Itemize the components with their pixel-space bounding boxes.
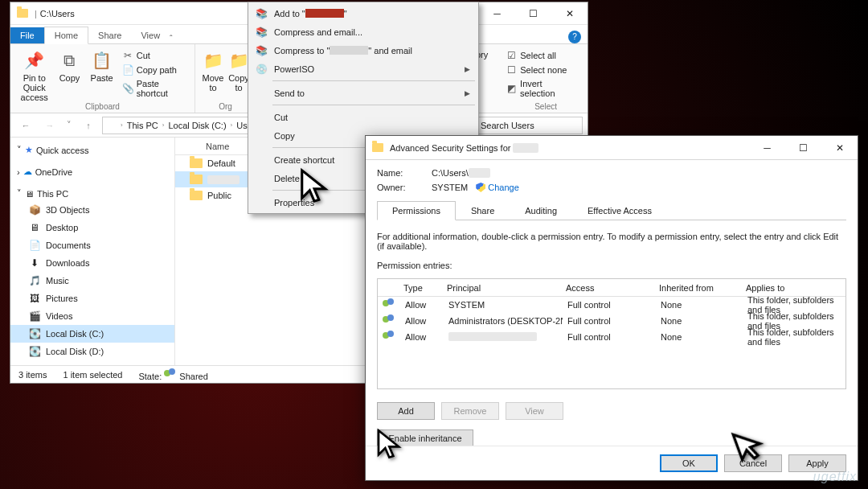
folder-icon xyxy=(190,158,203,168)
menu-add-to[interactable]: 📚Add to "" xyxy=(250,4,477,23)
tab-permissions[interactable]: Permissions xyxy=(377,201,456,220)
security-tabs: Permissions Share Auditing Effective Acc… xyxy=(377,200,846,220)
permission-row[interactable]: AllowSYSTEMFull controlNoneThis folder, … xyxy=(378,297,845,313)
ribbon-collapse-icon[interactable]: ˆ xyxy=(170,34,173,43)
nav-videos[interactable]: 🎬Videos xyxy=(10,307,174,325)
clipboard-group-label: Clipboard xyxy=(17,102,188,113)
nav-3d-objects[interactable]: 📦3D Objects xyxy=(10,201,174,219)
organize-group-label: Org xyxy=(202,102,249,113)
select-group-label: Select xyxy=(473,102,581,113)
permission-entries-label: Permission entries: xyxy=(377,257,846,273)
permission-entries-table[interactable]: Type Principal Access Inherited from App… xyxy=(377,278,846,389)
cloud-icon: ☁ xyxy=(23,166,32,177)
advanced-security-dialog: Advanced Security Settings for ─ ☐ ✕ Nam… xyxy=(365,135,858,481)
paste-button[interactable]: 📋Paste xyxy=(88,46,117,102)
tab-view[interactable]: View xyxy=(131,27,170,43)
folder-icon xyxy=(15,6,30,21)
apply-button[interactable]: Apply xyxy=(788,454,846,472)
poweriso-icon: 💿 xyxy=(255,63,268,76)
dialog-minimize-button[interactable]: ─ xyxy=(749,137,785,159)
dialog-title: Advanced Security Settings for xyxy=(390,143,538,153)
principal-icon xyxy=(383,298,395,310)
tab-auditing[interactable]: Auditing xyxy=(510,201,572,220)
select-none-button[interactable]: ☐Select none xyxy=(503,64,581,76)
menu-poweriso[interactable]: 💿PowerISO▶ xyxy=(250,60,477,78)
copy-button[interactable]: ⧉Copy xyxy=(55,46,84,102)
status-state: State: Shared xyxy=(138,368,207,381)
col-access[interactable]: Access xyxy=(561,283,654,293)
this-pc-header[interactable]: ˅🖥This PC xyxy=(10,186,174,201)
shared-icon xyxy=(164,368,177,380)
window-title: C:\Users xyxy=(37,9,78,18)
shield-icon xyxy=(476,183,485,192)
menu-compress-to-email[interactable]: 📚Compress to "" and email xyxy=(250,41,477,60)
help-icon[interactable]: ? xyxy=(568,31,581,43)
tab-share[interactable]: Share xyxy=(456,201,510,220)
navigation-pane[interactable]: ˅★Quick access ›☁OneDrive ˅🖥This PC 📦3D … xyxy=(10,138,175,365)
change-owner-link[interactable]: Change xyxy=(476,183,519,192)
search-input[interactable]: 🔍Search Users xyxy=(462,117,583,134)
nav-music[interactable]: 🎵Music xyxy=(10,272,174,290)
nav-pictures[interactable]: 🖼Pictures xyxy=(10,290,174,307)
quick-access-header[interactable]: ˅★Quick access xyxy=(10,142,174,158)
remove-button[interactable]: Remove xyxy=(441,402,499,420)
owner-label: Owner: xyxy=(377,183,424,192)
col-principal[interactable]: Principal xyxy=(442,283,561,293)
winrar-icon: 📚 xyxy=(255,7,268,20)
nav-local-disk-c[interactable]: 💽Local Disk (C:) xyxy=(10,325,174,343)
select-all-button[interactable]: ☑Select all xyxy=(503,49,581,62)
minimize-button[interactable]: ─ xyxy=(479,2,515,25)
add-button[interactable]: Add xyxy=(377,402,435,420)
forward-button[interactable]: → xyxy=(39,115,60,136)
close-button[interactable]: ✕ xyxy=(551,2,588,25)
status-item-count: 3 items xyxy=(18,370,47,380)
cancel-button[interactable]: Cancel xyxy=(724,454,782,472)
tab-share[interactable]: Share xyxy=(88,27,131,43)
back-button[interactable]: ← xyxy=(15,115,36,136)
name-value: C:\Users\ xyxy=(432,168,490,178)
pc-icon: 🖥 xyxy=(25,189,34,199)
ok-button[interactable]: OK xyxy=(660,454,718,472)
folder-icon xyxy=(190,175,203,184)
folder-icon xyxy=(190,191,203,200)
permissions-info-text: For additional information, double-click… xyxy=(377,225,846,253)
tab-effective-access[interactable]: Effective Access xyxy=(572,201,667,220)
nav-documents[interactable]: 📄Documents xyxy=(10,236,174,254)
menu-cut[interactable]: Cut xyxy=(250,108,477,126)
copy-to-button[interactable]: 📁Copyto xyxy=(227,46,250,102)
recent-locations-button[interactable]: ˅ xyxy=(63,115,75,136)
principal-icon xyxy=(383,331,395,342)
tab-file[interactable]: File xyxy=(10,27,44,43)
pin-to-quick-access-button[interactable]: 📌Pin to Quickaccess xyxy=(17,46,51,102)
nav-downloads[interactable]: ⬇Downloads xyxy=(10,254,174,272)
enable-inheritance-button[interactable]: Enable inheritance xyxy=(377,429,473,446)
principal-icon xyxy=(383,314,395,326)
maximize-button[interactable]: ☐ xyxy=(515,2,551,25)
view-button[interactable]: View xyxy=(506,402,563,420)
permission-row[interactable]: AllowAdministrators (DESKTOP-2N...Full c… xyxy=(378,313,845,329)
menu-compress-email[interactable]: 📚Compress and email... xyxy=(250,23,477,41)
copy-path-button[interactable]: 📄Copy path xyxy=(120,64,188,76)
dialog-close-button[interactable]: ✕ xyxy=(821,137,858,159)
cut-button[interactable]: ✂Cut xyxy=(120,49,188,62)
tab-home[interactable]: Home xyxy=(44,27,88,44)
winrar-icon: 📚 xyxy=(255,26,268,39)
permission-row[interactable]: AllowFull controlNoneThis folder, subfol… xyxy=(378,329,845,345)
paste-shortcut-button[interactable]: 📎Paste shortcut xyxy=(120,78,188,99)
col-inherited[interactable]: Inherited from xyxy=(654,283,741,293)
move-to-button[interactable]: 📁Moveto xyxy=(202,46,224,102)
menu-send-to[interactable]: Send to▶ xyxy=(250,84,477,102)
up-button[interactable]: ↑ xyxy=(78,115,99,136)
nav-desktop[interactable]: 🖥Desktop xyxy=(10,219,174,236)
name-label: Name: xyxy=(377,168,424,178)
col-type[interactable]: Type xyxy=(399,283,442,293)
col-applies[interactable]: Applies to xyxy=(741,283,845,293)
onedrive-item[interactable]: ›☁OneDrive xyxy=(10,164,174,179)
star-icon: ★ xyxy=(25,145,33,155)
invert-selection-button[interactable]: ◩Invert selection xyxy=(503,78,581,99)
owner-value: SYSTEM xyxy=(432,183,468,192)
status-selected: 1 item selected xyxy=(63,370,122,380)
dialog-maximize-button[interactable]: ☐ xyxy=(785,137,821,159)
winrar-icon: 📚 xyxy=(255,44,268,57)
nav-local-disk-d[interactable]: 💽Local Disk (D:) xyxy=(10,343,174,360)
